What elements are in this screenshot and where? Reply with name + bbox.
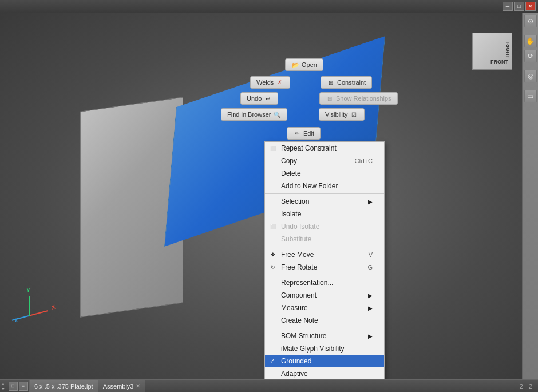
right-panel: ⊙ ✋ ⟳ ◎ ▭: [522, 13, 538, 379]
ctx-copy[interactable]: Copy Ctrl+C: [265, 155, 384, 167]
ctx-substitute[interactable]: Substitute: [265, 233, 384, 246]
tab-list-icon[interactable]: ≡: [19, 382, 28, 391]
tab-assembly[interactable]: Assembly3 ✕: [98, 380, 146, 392]
ctx-create-note[interactable]: Create Note: [265, 314, 384, 327]
separator-4: [265, 328, 384, 328]
ctx-measure[interactable]: Measure ▶: [265, 302, 384, 314]
cube-nav-inner[interactable]: FRONT RIGHT: [472, 33, 512, 70]
open-button[interactable]: 📂 Open: [285, 58, 323, 71]
show-relationships-button[interactable]: ⊟ Show Relationships: [319, 92, 398, 105]
ctx-delete[interactable]: Delete: [265, 167, 384, 180]
tab-scroll-arrows[interactable]: ▲ ▼: [1, 381, 5, 391]
constraint-icon: ⊞: [327, 78, 335, 86]
cube-front-label: FRONT: [490, 59, 508, 65]
y-axis: [29, 296, 30, 316]
ctx-grounded[interactable]: ✓ Grounded: [265, 355, 384, 367]
title-bar: ─ □ ✕: [0, 0, 538, 13]
look-at-button[interactable]: ◎: [524, 70, 537, 82]
context-menu: ⬜ Repeat Constraint Copy Ctrl+C Delete A…: [264, 141, 385, 379]
undo-isolate-icon: ⬜: [268, 222, 278, 231]
panel-sep-3: [525, 86, 536, 86]
find-in-browser-button[interactable]: Find in Browser 🔍: [221, 108, 287, 121]
open-icon: 📂: [291, 61, 299, 69]
3d-viewport[interactable]: 📂 Open Welds ✗ ⊞ Constraint Undo ↩ ⊟ Sho…: [0, 13, 538, 379]
minimize-button[interactable]: ─: [503, 2, 513, 11]
panel-sep-2: [525, 66, 536, 66]
cube-right-label: RIGHT: [505, 42, 511, 58]
edit-icon: ✏: [293, 129, 301, 137]
undo-button[interactable]: Undo ↩: [240, 92, 278, 105]
show-relationships-icon: ⊟: [326, 94, 334, 102]
ctx-free-move[interactable]: ✥ Free Move V: [265, 248, 384, 261]
tab-plate[interactable]: 6 x .5 x .375 Plate.ipt: [30, 380, 98, 392]
z-axis-label: Z: [15, 317, 18, 323]
ctx-bom-structure[interactable]: BOM Structure ▶: [265, 330, 384, 342]
zoom-button[interactable]: ⊙: [524, 15, 537, 27]
status-right: 2 2: [520, 383, 538, 390]
bom-submenu-arrow: ▶: [368, 333, 373, 339]
free-move-icon: ✥: [268, 250, 278, 259]
constraint-button[interactable]: ⊞ Constraint: [321, 76, 372, 89]
tab-grid-icon[interactable]: ⊞: [9, 382, 18, 391]
x-axis: [29, 310, 48, 316]
panel-sep-1: [525, 31, 536, 31]
visibility-icon: ☑: [350, 110, 358, 118]
repeat-constraint-icon: ⬜: [268, 144, 278, 153]
grounded-checkmark: ✓: [270, 358, 275, 365]
ctx-component[interactable]: Component ▶: [265, 289, 384, 302]
visibility-button[interactable]: Visibility ☑: [319, 108, 365, 121]
ctx-isolate[interactable]: Isolate: [265, 208, 384, 220]
orbit-button[interactable]: ⟳: [524, 50, 537, 62]
ctx-free-rotate[interactable]: ↻ Free Rotate G: [265, 261, 384, 274]
maximize-button[interactable]: □: [514, 2, 524, 11]
separator-2: [265, 247, 384, 247]
pan-button[interactable]: ✋: [524, 35, 537, 47]
measure-submenu-arrow: ▶: [368, 305, 373, 311]
selection-submenu-arrow: ▶: [368, 199, 373, 205]
coordinate-axes: Z: [11, 294, 52, 334]
tab-icons: ⊞ ≡: [9, 382, 28, 391]
welds-button[interactable]: Welds ✗: [250, 76, 290, 89]
status-bar: ▲ ▼ ⊞ ≡ 6 x .5 x .375 Plate.ipt Assembly…: [0, 379, 538, 392]
find-icon: 🔍: [273, 110, 281, 118]
ctx-undo-isolate[interactable]: ⬜ Undo Isolate: [265, 220, 384, 233]
ctx-imate-glyph[interactable]: iMate Glyph Visibility: [265, 342, 384, 355]
separator-3: [265, 275, 384, 275]
edit-button[interactable]: ✏ Edit: [287, 127, 321, 140]
free-rotate-icon: ↻: [268, 263, 278, 272]
cube-navigator[interactable]: FRONT RIGHT: [472, 33, 518, 73]
tab-close-icon[interactable]: ✕: [136, 383, 140, 389]
window-button[interactable]: ▭: [524, 90, 537, 102]
ctx-adaptive[interactable]: Adaptive: [265, 367, 384, 379]
ctx-repeat-constraint[interactable]: ⬜ Repeat Constraint: [265, 142, 384, 155]
component-submenu-arrow: ▶: [368, 292, 373, 299]
ctx-representation[interactable]: Representation...: [265, 276, 384, 289]
ctx-add-to-folder[interactable]: Add to New Folder: [265, 180, 384, 192]
close-button[interactable]: ✕: [525, 2, 536, 11]
ctx-selection[interactable]: Selection ▶: [265, 195, 384, 208]
welds-icon: ✗: [276, 78, 284, 86]
undo-icon: ↩: [264, 94, 272, 102]
separator-1: [265, 193, 384, 194]
